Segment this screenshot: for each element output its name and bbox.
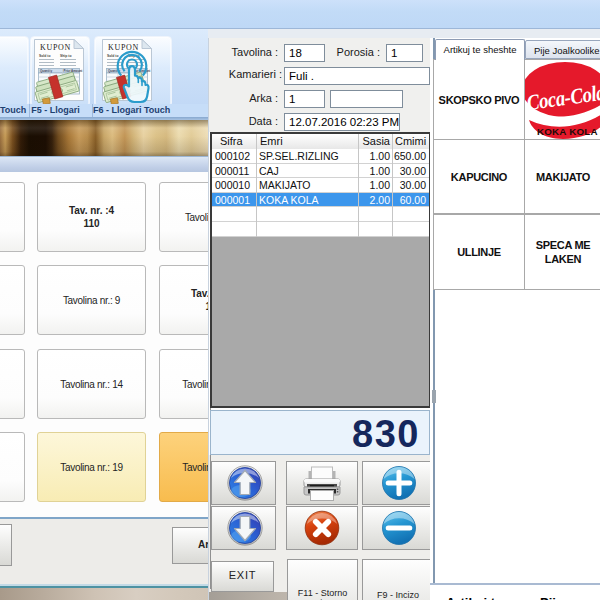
svg-text:KOKA KOLA: KOKA KOLA xyxy=(537,126,598,137)
